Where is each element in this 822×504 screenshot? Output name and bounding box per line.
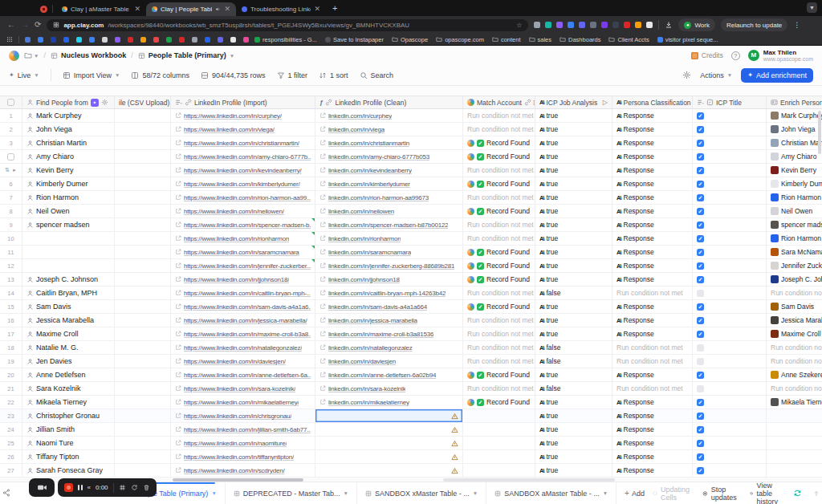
effects-grid-button[interactable] [119, 484, 126, 491]
cell-linkedin-clean[interactable]: linkedin.com/in/jennifer-zuckerberg-8868… [315, 259, 463, 272]
cell-persona-classification[interactable]: A\Response [612, 396, 693, 408]
cell-person-name[interactable]: Tiffany Tipton [22, 450, 115, 463]
bookmark-favicon[interactable] [192, 37, 197, 43]
column-header-find[interactable]: Find People from✦ [22, 96, 115, 108]
cell-icp-title[interactable] [693, 355, 767, 368]
share-icon[interactable] [2, 489, 10, 497]
cell-persona-classification[interactable]: A\Response [612, 314, 693, 327]
cell-linkedin-import[interactable]: https://www.linkedin.com/in/chrisgronau/ [171, 409, 315, 422]
browser-menu-icon[interactable]: ⋮ [793, 21, 800, 29]
vertical-scrollbar[interactable] [818, 111, 821, 154]
row-number[interactable]: 26 [0, 450, 22, 463]
cell-linkedin-clean[interactable]: linkedin.com/in/rion-harmon-aa99673 [315, 191, 463, 204]
cell-persona-classification[interactable]: A\Response [612, 191, 693, 204]
cell-linkedin-clean[interactable]: linkedin.com/in/maxime-croll-b3a81536 [315, 327, 463, 340]
cell-match-account[interactable]: ✓Record Found [463, 205, 535, 217]
browser-tab[interactable]: Troubleshooting LinkedIn UR✕ [236, 2, 326, 16]
profile-chip[interactable]: ●Work [678, 18, 715, 31]
cell-linkedin-import[interactable]: https://www.linkedin.com/in/mikaelatiern… [171, 396, 315, 408]
bookmark-item[interactable]: content [492, 36, 521, 43]
cell-person-name[interactable]: Sarah Fonseca Gray [22, 464, 115, 477]
cell-icp-title[interactable]: ✓ [693, 273, 767, 286]
cell-match-account[interactable]: Run condition not met [463, 164, 535, 177]
columns-button[interactable]: 58/72 columns [131, 71, 189, 79]
cell-enrich-person[interactable]: Rion Harmon [767, 191, 822, 204]
cell-persona-classification[interactable]: A\Response [612, 450, 693, 463]
delete-recording-button[interactable] [143, 484, 150, 491]
bookmark-item[interactable]: visitor pixel seque... [657, 36, 718, 43]
cell-linkedin-import[interactable]: https://www.linkedin.com/in/kevindeanber… [171, 164, 315, 177]
icp-title-checkbox[interactable]: ✓ [697, 331, 704, 338]
cell-linkedin-clean[interactable] [315, 423, 463, 436]
cell-match-account[interactable] [463, 464, 535, 477]
cell-enrich-person[interactable] [767, 450, 822, 463]
cell-icp-title[interactable]: ✓ [693, 246, 767, 258]
cell-linkedin-clean[interactable]: linkedin.com/in/caitlin-bryan-mph-14263b… [315, 287, 463, 299]
search-button[interactable]: Search [360, 71, 394, 79]
bookmark-item[interactable]: Client Accts [608, 36, 649, 43]
bookmark-favicon[interactable] [153, 37, 159, 43]
cell-icp-title[interactable]: ✓ [693, 218, 767, 231]
table-tab[interactable]: SANDBOX xMaster Table - ...▼ [357, 482, 486, 504]
cell-persona-classification[interactable]: A\Response [612, 123, 693, 136]
cell-icp-title[interactable]: ✓ [693, 164, 767, 177]
cell-match-account[interactable]: Run condition not met [463, 218, 535, 231]
cell-icp-job-analysis[interactable]: A\true [535, 437, 612, 449]
rewind-button[interactable]: « [87, 484, 91, 491]
cell-person-name[interactable]: Christopher Gronau [22, 409, 115, 422]
cell-person-name[interactable]: Kevin Berry [22, 164, 115, 177]
cell-persona-classification[interactable]: A\Response [612, 164, 693, 177]
cell-persona-classification[interactable]: A\Response [612, 205, 693, 217]
icp-title-checkbox[interactable]: ✓ [697, 222, 704, 229]
column-header-p[interactable]: A\Persona Classification▷ [612, 96, 693, 108]
cell-icp-title[interactable]: ✓ [693, 136, 767, 149]
icp-title-checkbox[interactable]: ✓ [697, 194, 704, 201]
cell-person-name[interactable]: Kimberly Dumer [22, 177, 115, 190]
bookmark-favicon[interactable] [243, 37, 249, 43]
record-button[interactable] [64, 483, 73, 492]
cell-enrich-person[interactable]: Christian Martin [767, 136, 822, 149]
cell-person-name[interactable] [22, 232, 115, 245]
row-number[interactable]: 13 [0, 273, 22, 286]
row-number[interactable]: 19 [0, 355, 22, 368]
cell-icp-job-analysis[interactable]: A\false [535, 287, 612, 299]
cell-person-name[interactable] [22, 259, 115, 272]
cell-match-account[interactable]: Run condition not met [463, 314, 535, 327]
bookmark-item[interactable]: Opascope [392, 36, 428, 43]
cell-csv-upload[interactable] [115, 123, 171, 136]
cell-linkedin-clean[interactable]: linkedin.com/in/mikaelatierney [315, 396, 463, 408]
cell-icp-job-analysis[interactable]: A\true [535, 259, 612, 272]
cell-enrich-person[interactable]: Run condition not met [767, 355, 822, 368]
cell-csv-upload[interactable] [115, 409, 171, 422]
bookmark-favicon[interactable] [140, 37, 146, 43]
bookmark-favicon[interactable] [25, 37, 31, 43]
cell-linkedin-import[interactable]: https://www.linkedin.com/in/tiffanyntipt… [171, 450, 315, 463]
cell-person-name[interactable]: Sara Kozelnik [22, 382, 115, 395]
cell-person-name[interactable]: Anne Detlefsen [22, 368, 115, 381]
cell-match-account[interactable]: ✓Record Found [463, 300, 535, 313]
cell-icp-job-analysis[interactable]: A\true [535, 123, 612, 136]
cell-linkedin-clean[interactable] [315, 450, 463, 463]
cell-person-name[interactable]: Maxime Croll [22, 327, 115, 340]
column-header-t[interactable]: ICP Title [693, 96, 767, 108]
workspace-folder-icon[interactable]: ▼ [24, 51, 39, 59]
icp-title-checkbox[interactable]: ✓ [697, 249, 704, 256]
cell-enrich-person[interactable] [767, 409, 822, 422]
cell-icp-title[interactable]: ✓ [693, 437, 767, 449]
icp-title-checkbox[interactable]: ✓ [697, 372, 704, 379]
bookmark-favicon[interactable] [115, 37, 120, 43]
icp-title-checkbox[interactable]: ✓ [697, 467, 704, 474]
cell-icp-title[interactable]: ✓ [693, 396, 767, 408]
column-header-m[interactable]: Match Account▷ [463, 96, 535, 108]
cell-icp-job-analysis[interactable]: A\true [535, 109, 612, 122]
cell-persona-classification[interactable]: Run condition not met [612, 287, 693, 299]
cell-csv-upload[interactable] [115, 164, 171, 177]
cell-linkedin-clean[interactable] [315, 409, 463, 422]
cell-persona-classification[interactable]: A\Response [612, 409, 693, 422]
bookmark-favicon[interactable] [205, 37, 210, 43]
cell-icp-title[interactable]: ✓ [693, 150, 767, 163]
row-number[interactable]: 14 [0, 287, 22, 299]
cell-linkedin-import[interactable]: https://www.linkedin.com/in/viega/ [171, 123, 315, 136]
row-number[interactable]: ⇅ ▸ [0, 164, 22, 177]
cell-enrich-person[interactable]: Rion Harmon [767, 232, 822, 245]
